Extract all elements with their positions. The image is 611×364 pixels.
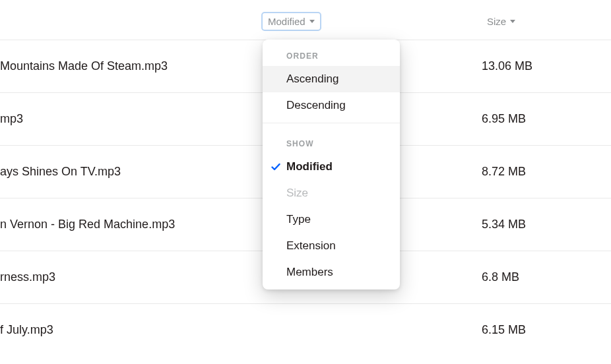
dropdown-item-label: Members [286,266,333,279]
table-row[interactable]: f July.mp3 6.15 MB [0,303,611,356]
dropdown-item-ascending[interactable]: Ascending [263,66,400,92]
column-header-modified[interactable]: Modified [263,13,320,30]
file-size: 6.95 MB [482,112,526,126]
file-list-viewport: Modified Size Mountains Made Of Steam.mp… [0,0,611,364]
dropdown-item-members[interactable]: Members [263,259,400,286]
dropdown-item-extension[interactable]: Extension [263,233,400,259]
file-size: 6.15 MB [482,323,526,337]
file-name: ays Shines On TV.mp3 [0,165,261,179]
column-header-row: Modified Size [0,0,611,40]
file-name: f July.mp3 [0,323,261,337]
file-name: n Vernon - Big Red Machine.mp3 [0,218,261,231]
sort-dropdown: ORDER Ascending Descending SHOW Modified… [263,40,400,289]
dropdown-item-label: Ascending [286,73,338,86]
caret-down-icon [309,20,315,23]
dropdown-item-label: Modified [286,160,333,173]
dropdown-section-show: SHOW [263,127,400,154]
file-name: mp3 [0,112,261,126]
dropdown-divider [263,123,400,123]
column-header-size-label: Size [487,16,506,27]
file-size: 6.8 MB [482,270,519,284]
caret-down-icon [510,20,515,23]
dropdown-item-modified[interactable]: Modified [263,154,400,180]
dropdown-item-label: Descending [286,99,346,112]
dropdown-item-label: Size [286,187,308,200]
dropdown-item-label: Type [286,213,311,226]
file-name: rness.mp3 [0,270,261,284]
dropdown-item-type[interactable]: Type [263,206,400,233]
dropdown-item-descending[interactable]: Descending [263,92,400,119]
file-size: 8.72 MB [482,165,526,179]
file-size: 13.06 MB [482,59,532,73]
dropdown-section-order: ORDER [263,40,400,66]
file-size: 5.34 MB [482,218,526,231]
file-name: Mountains Made Of Steam.mp3 [0,59,261,73]
dropdown-item-size: Size [263,180,400,206]
check-icon [271,162,281,172]
column-header-size[interactable]: Size [482,13,521,30]
dropdown-item-label: Extension [286,239,336,253]
column-header-modified-label: Modified [268,16,306,27]
